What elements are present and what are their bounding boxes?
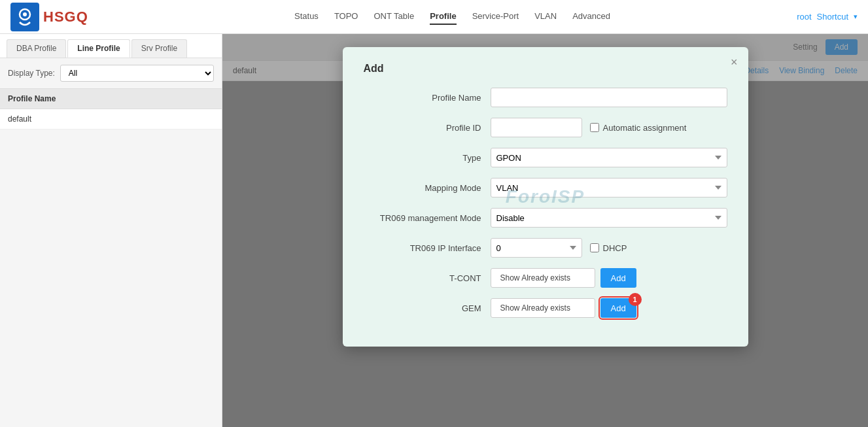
nav-user[interactable]: root [797,12,811,22]
tr069-ip-label: TR069 IP Interface [364,243,481,253]
gem-controls: Show Already exists Add 1 [491,298,636,318]
dhcp-checkbox[interactable] [590,243,599,252]
nav-shortcut[interactable]: Shortcut [817,12,848,22]
profile-id-row: Profile ID Automatic assignment [364,118,727,137]
tr069-mode-select[interactable]: Disable Enable [491,208,727,228]
display-type-row: Display Type: All [0,58,222,89]
automatic-assignment-checkbox[interactable] [590,123,599,132]
nav-topo[interactable]: TOPO [334,9,358,25]
nav-right: root Shortcut ▾ [797,12,858,22]
add-modal: ForoISP Add × Profile Name Profile ID Au… [343,47,748,347]
automatic-assignment-label: Automatic assignment [603,123,687,133]
tcont-show-button[interactable]: Show Already exists [491,268,595,288]
profile-name-label: Profile Name [364,93,481,103]
svg-point-2 [23,12,27,16]
tcont-controls: Show Already exists Add [491,268,636,288]
nav-service-port[interactable]: Service-Port [472,9,519,25]
tab-line-profile[interactable]: Line Profile [67,39,130,58]
profile-id-input[interactable] [491,118,582,137]
automatic-assignment-wrap: Automatic assignment [590,123,687,133]
nav-status[interactable]: Status [294,9,319,25]
tab-dba-profile[interactable]: DBA Profile [7,39,66,58]
left-panel: DBA Profile Line Profile Srv Profile Dis… [0,34,222,427]
tcont-label: T-CONT [364,273,481,283]
display-type-select[interactable]: All [60,65,214,82]
nav-advanced[interactable]: Advanced [572,9,610,25]
logo-icon [10,3,39,31]
mapping-mode-select[interactable]: VLAN GEM TCI [491,178,727,197]
modal-close-button[interactable]: × [731,56,738,68]
tr069-ip-row: TR069 IP Interface 0 1 2 DHCP [364,238,727,258]
chevron-down-icon[interactable]: ▾ [854,12,858,21]
logo-area: HSGQ [10,3,88,31]
right-panel: Setting Add default View Details View Bi… [222,34,868,427]
profile-name-header: Profile Name [0,89,222,109]
tr069-ip-select[interactable]: 0 1 2 [491,238,582,258]
dhcp-label: DHCP [603,243,627,253]
type-label: Type [364,153,481,163]
display-type-label: Display Type: [8,69,55,78]
dhcp-wrap: DHCP [590,243,627,253]
tab-srv-profile[interactable]: Srv Profile [131,39,187,58]
profile-tabs: DBA Profile Line Profile Srv Profile [0,34,222,58]
type-select[interactable]: GPON EPON [491,148,727,167]
gem-badge: 1 [629,293,642,306]
modal-overlay: ForoISP Add × Profile Name Profile ID Au… [222,34,868,427]
gem-show-button[interactable]: Show Already exists [491,298,595,318]
svg-rect-0 [10,3,39,31]
tcont-add-button[interactable]: Add [600,268,636,288]
modal-title: Add [364,63,727,75]
mapping-mode-row: Mapping Mode VLAN GEM TCI [364,178,727,197]
gem-label: GEM [364,303,481,313]
tcont-row: T-CONT Show Already exists Add [364,268,727,288]
type-row: Type GPON EPON [364,148,727,167]
nav-ont-table[interactable]: ONT Table [373,9,414,25]
nav-vlan[interactable]: VLAN [534,9,557,25]
topnav: HSGQ Status TOPO ONT Table Profile Servi… [0,0,868,34]
profile-id-label: Profile ID [364,123,481,133]
logo-text: HSGQ [43,9,88,26]
nav-profile[interactable]: Profile [430,9,456,25]
gem-row: GEM Show Already exists Add 1 [364,298,727,318]
tr069-mode-row: TR069 management Mode Disable Enable [364,208,727,228]
profile-name-input[interactable] [491,88,727,107]
gem-add-wrapper: Add 1 [600,298,636,318]
profile-name-row: Profile Name [364,88,727,107]
main-content: DBA Profile Line Profile Srv Profile Dis… [0,34,868,427]
mapping-mode-label: Mapping Mode [364,183,481,193]
tr069-mode-label: TR069 management Mode [364,213,481,223]
table-row[interactable]: default [0,109,222,129]
nav-links: Status TOPO ONT Table Profile Service-Po… [108,9,797,25]
